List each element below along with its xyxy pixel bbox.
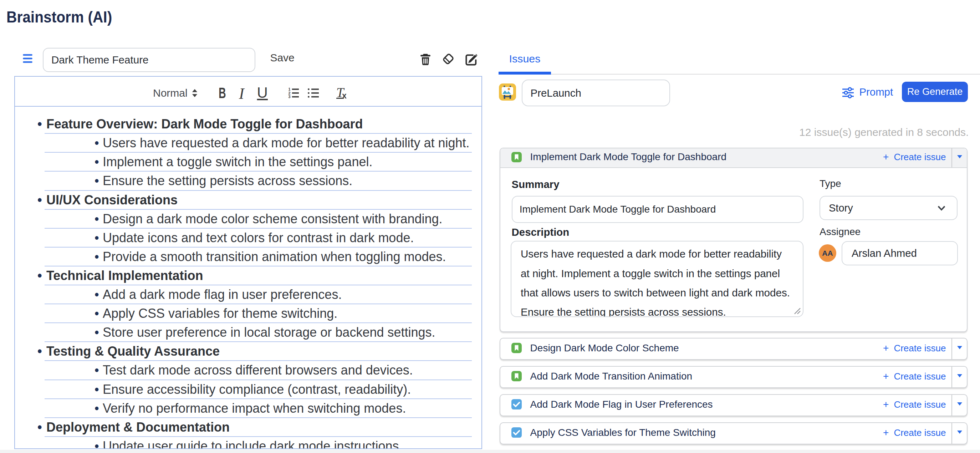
svg-text:3: 3: [288, 95, 291, 99]
